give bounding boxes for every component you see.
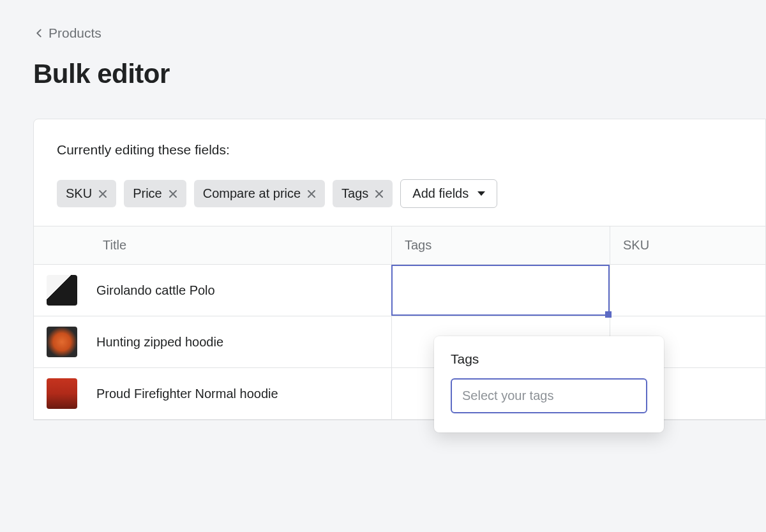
chevron-left-icon	[33, 27, 45, 39]
product-thumb-icon	[47, 327, 77, 357]
column-header-sku[interactable]: SKU	[610, 226, 765, 264]
add-fields-label: Add fields	[412, 186, 469, 201]
close-icon[interactable]	[375, 189, 384, 198]
column-header-title[interactable]: Title	[34, 226, 391, 264]
tags-input[interactable]	[451, 378, 647, 413]
field-chip-label: Price	[133, 186, 162, 201]
field-chip-sku[interactable]: SKU	[57, 180, 116, 207]
page-title: Bulk editor	[33, 59, 766, 89]
product-title-cell[interactable]: Proud Firefighter Normal hoodie	[84, 368, 391, 419]
sku-cell[interactable]	[610, 265, 765, 316]
caret-down-icon	[477, 191, 485, 196]
product-title-cell[interactable]: Girolando cattle Polo	[84, 265, 391, 316]
product-thumb-icon	[47, 275, 77, 306]
field-chip-tags[interactable]: Tags	[333, 180, 393, 207]
field-chip-label: Tags	[342, 186, 368, 201]
product-thumb-icon	[47, 378, 77, 409]
product-thumb-cell[interactable]	[34, 316, 84, 367]
breadcrumb-back[interactable]: Products	[33, 26, 766, 41]
tags-cell-selected[interactable]	[391, 265, 610, 316]
close-icon[interactable]	[307, 189, 316, 198]
field-chip-row: SKU Price Compare at price	[57, 179, 742, 208]
field-chip-label: Compare at price	[203, 186, 301, 201]
fill-handle-icon[interactable]	[605, 311, 612, 318]
table-row: Girolando cattle Polo	[34, 265, 765, 316]
product-thumb-cell[interactable]	[34, 368, 84, 419]
tags-popover: Tags	[434, 336, 664, 432]
field-chip-label: SKU	[66, 186, 92, 201]
column-header-tags[interactable]: Tags	[391, 226, 610, 264]
product-thumb-cell[interactable]	[34, 265, 84, 316]
product-title-cell[interactable]: Hunting zipped hoodie	[84, 316, 391, 367]
table-header-row: Title Tags SKU	[34, 226, 765, 265]
close-icon[interactable]	[98, 189, 107, 198]
tags-popover-label: Tags	[451, 351, 647, 367]
breadcrumb-label: Products	[49, 26, 101, 41]
close-icon[interactable]	[169, 189, 177, 198]
field-chip-price[interactable]: Price	[124, 180, 186, 207]
editing-fields-label: Currently editing these fields:	[57, 142, 742, 158]
field-chip-compare-at-price[interactable]: Compare at price	[194, 180, 325, 207]
add-fields-button[interactable]: Add fields	[400, 179, 497, 208]
